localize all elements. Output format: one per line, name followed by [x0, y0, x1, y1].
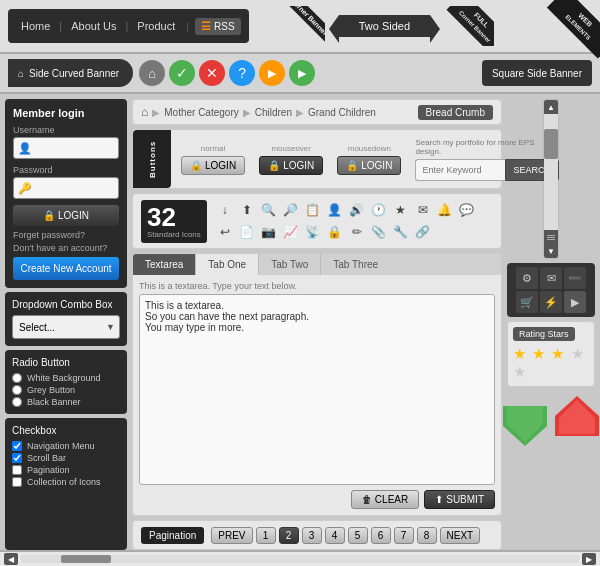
side-icon-buttons: ⚙ ✉ ➖ 🛒 ⚡ ▶ [507, 263, 595, 317]
scrollbar-up-btn[interactable]: ▲ [544, 100, 558, 114]
radio-option-1[interactable]: White Background [12, 373, 120, 383]
radio-input-1[interactable] [12, 373, 22, 383]
web-badge-text: WEB ELEMENTS [547, 0, 600, 58]
tab-textarea[interactable]: Textarea [133, 254, 196, 275]
icon-close-btn[interactable]: ✕ [199, 60, 225, 86]
icon-cell[interactable]: 📷 [259, 222, 279, 242]
btn-mouseover[interactable]: 🔒 LOGIN [259, 156, 323, 175]
tab-three[interactable]: Tab Three [321, 254, 390, 275]
bottom-scrollbar: ◀ ▶ [0, 550, 600, 566]
checkbox-input-2[interactable] [12, 453, 22, 463]
arrow-down-btn[interactable] [503, 396, 547, 448]
top-nav-bar: Home | About Us | Product | ☰ RSS Corner… [0, 0, 600, 54]
scrollbar-track [544, 114, 558, 230]
scrollbar-thumb[interactable] [544, 129, 558, 159]
side-btn-gear[interactable]: ⚙ [516, 267, 538, 289]
side-btn-mail[interactable]: ✉ [540, 267, 562, 289]
hscroll-left-btn[interactable]: ◀ [4, 553, 18, 565]
forget-password-link[interactable]: Forget password? [13, 230, 119, 240]
radio-input-2[interactable] [12, 385, 22, 395]
dropdown-combo-box: Dropdown Combo Box Select... Option 1 Op… [5, 292, 127, 346]
upload-icon: ⬆ [435, 494, 443, 505]
checkbox-input-1[interactable] [12, 441, 22, 451]
pagination-page-5[interactable]: 5 [348, 527, 368, 544]
submit-button[interactable]: ⬆ SUBMIT [424, 490, 495, 509]
btn-group-mousedown: mousedown 🔒 LOGIN [337, 144, 401, 175]
pagination-page-2-active[interactable]: 2 [279, 527, 299, 544]
icon-cell[interactable]: 🔎 [281, 200, 301, 220]
arrow-up-btn[interactable] [555, 396, 599, 448]
search-input[interactable] [415, 159, 505, 181]
side-btn-minus[interactable]: ➖ [564, 267, 586, 289]
create-account-button[interactable]: Create New Account [13, 257, 119, 280]
clear-button[interactable]: 🗑 CLEAR [351, 490, 419, 509]
nav-home[interactable]: Home [16, 18, 55, 34]
icon-play2-btn[interactable]: ▶ [289, 60, 315, 86]
side-curved-banner: ⌂ Side Curved Banner [8, 59, 133, 87]
main-textarea[interactable] [139, 294, 495, 485]
member-login-title: Member login [13, 107, 119, 119]
icon-cell[interactable]: ↓ [215, 200, 235, 220]
icon-cell[interactable]: ✉ [413, 200, 433, 220]
pagination-page-4[interactable]: 4 [325, 527, 345, 544]
icon-play1-btn[interactable]: ▶ [259, 60, 285, 86]
checkbox-item-4[interactable]: Collection of Icons [12, 477, 120, 487]
checkbox-item-1[interactable]: Navigation Menu [12, 441, 120, 451]
pagination-page-1[interactable]: 1 [256, 527, 276, 544]
radio-input-3[interactable] [12, 397, 22, 407]
arrows-box [507, 391, 595, 453]
tab-one[interactable]: Tab One [196, 254, 259, 275]
checkbox-input-4[interactable] [12, 477, 22, 487]
icon-cell[interactable]: 📈 [281, 222, 301, 242]
pagination-next[interactable]: NEXT [440, 527, 481, 544]
btn-normal[interactable]: 🔒 LOGIN [181, 156, 245, 175]
checkbox-input-3[interactable] [12, 465, 22, 475]
vertical-scrollbar[interactable]: ▲ ▼ [543, 99, 559, 259]
home-small-icon: ⌂ [18, 68, 24, 79]
nav-about[interactable]: About Us [66, 18, 121, 34]
icon-cell[interactable]: 📋 [303, 200, 323, 220]
icon-cell[interactable]: 🔊 [347, 200, 367, 220]
icon-info-btn[interactable]: ? [229, 60, 255, 86]
scrollbar-down-btn[interactable]: ▼ [544, 244, 558, 258]
icon-cell[interactable]: 🔗 [413, 222, 433, 242]
icon-cell[interactable]: 💬 [457, 200, 477, 220]
pagination-page-6[interactable]: 6 [371, 527, 391, 544]
dropdown-select[interactable]: Select... Option 1 Option 2 [12, 315, 120, 339]
icon-cell[interactable]: ★ [391, 200, 411, 220]
icon-cell[interactable]: ✏ [347, 222, 367, 242]
pagination-prev[interactable]: PREV [211, 527, 252, 544]
radio-option-3[interactable]: Black Banner [12, 397, 120, 407]
checkbox-item-3[interactable]: Pagination [12, 465, 120, 475]
icon-home-btn[interactable]: ⌂ [139, 60, 165, 86]
nav-product[interactable]: Product [132, 18, 180, 34]
side-btn-power[interactable]: ⚡ [540, 291, 562, 313]
side-btn-play[interactable]: ▶ [564, 291, 586, 313]
icon-cell[interactable]: 🔒 [325, 222, 345, 242]
icon-cell[interactable]: 📄 [237, 222, 257, 242]
icon-check-btn[interactable]: ✓ [169, 60, 195, 86]
icon-cell[interactable]: ↩ [215, 222, 235, 242]
side-btn-cart[interactable]: 🛒 [516, 291, 538, 313]
icon-cell[interactable]: 🕐 [369, 200, 389, 220]
btn-mousedown[interactable]: 🔒 LOGIN [337, 156, 401, 175]
pagination-page-8[interactable]: 8 [417, 527, 437, 544]
hscroll-right-btn[interactable]: ▶ [582, 553, 596, 565]
radio-option-2[interactable]: Grey Button [12, 385, 120, 395]
icon-cell[interactable]: 👤 [325, 200, 345, 220]
username-label: Username [13, 125, 119, 135]
icon-cell[interactable]: 📡 [303, 222, 323, 242]
pagination-page-3[interactable]: 3 [302, 527, 322, 544]
rss-button[interactable]: ☰ RSS [195, 18, 241, 35]
pagination-page-7[interactable]: 7 [394, 527, 414, 544]
icon-cell[interactable]: ⬆ [237, 200, 257, 220]
login-button[interactable]: 🔒 LOGIN [13, 205, 119, 226]
icon-cell[interactable]: 🔔 [435, 200, 455, 220]
tab-two[interactable]: Tab Two [259, 254, 321, 275]
icon-cell[interactable]: 🔍 [259, 200, 279, 220]
breadcrumb-arrow-2: ▶ [243, 107, 251, 118]
checkbox-item-2[interactable]: Scroll Bar [12, 453, 120, 463]
icon-cell[interactable]: 📎 [369, 222, 389, 242]
icon-cell[interactable]: 🔧 [391, 222, 411, 242]
hscroll-thumb[interactable] [61, 555, 111, 563]
